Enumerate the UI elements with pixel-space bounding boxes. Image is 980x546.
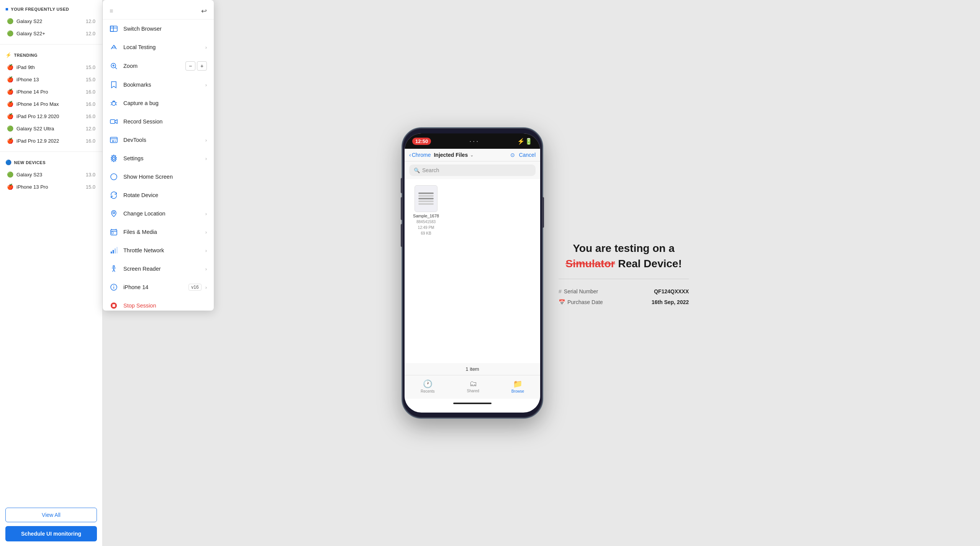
iphone14-badge: v16: [188, 284, 201, 291]
sidebar-device-item[interactable]: 🟢Galaxy S2212.0: [5, 15, 97, 27]
device-icon: 🍎: [7, 76, 13, 82]
menu-item-rotate-device[interactable]: Rotate Device: [103, 186, 214, 204]
menu-item-devtools[interactable]: DevTools ›: [103, 131, 214, 149]
device-version: 15.0: [86, 77, 95, 82]
more-button[interactable]: ⊙: [510, 152, 515, 158]
chevron-icon: ›: [205, 82, 207, 88]
dropdown-header: ≡ ↩: [103, 3, 214, 20]
svg-rect-0: [110, 26, 117, 31]
device-icon: 🍎: [7, 184, 13, 190]
sidebar-device-item[interactable]: 🍎iPad 9th15.0: [5, 61, 97, 73]
nav-actions: ⊙ Cancel: [510, 152, 536, 158]
purchase-label: 📅 Purchase Date: [559, 299, 603, 305]
sidebar-device-item[interactable]: 🍎iPad Pro 12.9 202016.0: [5, 110, 97, 122]
nav-title-area: Injected Files ⌄: [434, 152, 507, 158]
file-area: Sample_1678 884541583 12:49 PM 69 KB: [405, 179, 540, 363]
svg-rect-30: [115, 248, 116, 253]
purchase-date-row: 📅 Purchase Date 16th Sep, 2022: [559, 299, 689, 305]
device-name: iPad Pro 12.9 2020: [16, 113, 59, 119]
zoom-minus-button[interactable]: −: [185, 61, 195, 71]
frequently-used-title: ■ YOUR FREQUENTLY USED: [5, 6, 97, 12]
device-name: iPhone 13: [16, 77, 39, 82]
menu-item-files-media[interactable]: Files & Media ›: [103, 223, 214, 241]
nav-back[interactable]: ‹ Chrome: [409, 152, 431, 158]
search-area: 🔍 Search: [405, 161, 540, 179]
sidebar-device-item[interactable]: 🟢Galaxy S2313.0: [5, 168, 97, 181]
svg-point-21: [113, 157, 115, 160]
cancel-button[interactable]: Cancel: [519, 152, 536, 158]
network-icon: [110, 246, 118, 255]
chevron-icon: ›: [205, 229, 207, 235]
home-icon: [110, 173, 118, 181]
menu-item-iphone14[interactable]: iPhone 14 v16 ›: [103, 278, 214, 296]
device-version: 15.0: [86, 64, 95, 70]
device-version: 16.0: [86, 113, 95, 119]
purchase-value: 16th Sep, 2022: [652, 299, 689, 305]
new-devices-title: 🔵 NEW DEVICES: [5, 160, 97, 165]
tab-browse-label: Browse: [511, 389, 524, 393]
menu-item-capture-bug[interactable]: Capture a bug: [103, 94, 214, 112]
sidebar-bottom: View All Schedule UI monitoring: [0, 503, 102, 546]
local-testing-icon: [110, 43, 118, 51]
sidebar-device-item[interactable]: 🍎iPhone 14 Pro Max16.0: [5, 98, 97, 110]
menu-item-record-session[interactable]: Record Session: [103, 112, 214, 131]
browser-icon: [110, 25, 118, 33]
bookmark-icon: [110, 81, 118, 89]
device-version: 13.0: [86, 172, 95, 178]
device-name: Galaxy S22+: [16, 31, 45, 36]
settings-icon: [110, 154, 118, 163]
file-size: 69 KB: [421, 231, 431, 235]
menu-item-throttle-network[interactable]: Throttle Network ›: [103, 241, 214, 260]
nav-title-chevron: ⌄: [470, 153, 474, 158]
svg-line-6: [115, 67, 117, 69]
search-bar[interactable]: 🔍 Search: [409, 164, 536, 176]
new-devices-icon: 🔵: [5, 160, 12, 165]
sidebar-device-item[interactable]: 🍎iPhone 1315.0: [5, 73, 97, 86]
svg-rect-29: [113, 250, 114, 253]
files-icon: [110, 228, 118, 236]
menu-item-show-home[interactable]: Show Home Screen: [103, 168, 214, 186]
device-version: 16.0: [86, 101, 95, 107]
sidebar-device-item[interactable]: 🟢Galaxy S22+12.0: [5, 27, 97, 39]
browse-icon: 📁: [513, 379, 523, 388]
frequently-used-section: ■ YOUR FREQUENTLY USED 🟢Galaxy S2212.0🟢G…: [0, 0, 102, 43]
sidebar-device-item[interactable]: 🍎iPhone 14 Pro16.0: [5, 86, 97, 98]
device-name: Galaxy S22 Ultra: [16, 126, 54, 132]
schedule-monitoring-button[interactable]: Schedule UI monitoring: [5, 526, 97, 541]
serial-value: QF124QXXXX: [654, 288, 689, 294]
sidebar-device-item[interactable]: 🍎iPad Pro 12.9 202216.0: [5, 135, 97, 147]
device-version: 16.0: [86, 138, 95, 144]
recents-icon: 🕐: [423, 379, 433, 388]
tab-browse[interactable]: 📁 Browse: [505, 378, 530, 395]
camera-dots: • • •: [470, 140, 479, 143]
menu-item-settings[interactable]: Settings ›: [103, 149, 214, 168]
divider-1: [0, 44, 102, 44]
svg-rect-15: [110, 120, 115, 123]
close-button[interactable]: ↩: [201, 7, 207, 15]
file-item[interactable]: Sample_1678 884541583 12:49 PM 69 KB: [411, 185, 441, 235]
trending-title: ⚡ TRENDING: [5, 52, 97, 58]
view-all-button[interactable]: View All: [5, 508, 97, 522]
tab-recents[interactable]: 🕐 Recents: [415, 378, 441, 395]
svg-rect-37: [113, 304, 115, 307]
device-icon: 🟢: [7, 125, 13, 132]
sidebar-device-item[interactable]: 🟢Galaxy S22 Ultra12.0: [5, 122, 97, 135]
tab-shared[interactable]: 🗂 Shared: [461, 378, 485, 395]
hash-icon: #: [559, 288, 562, 294]
menu-item-change-location[interactable]: Change Location ›: [103, 204, 214, 223]
zoom-plus-button[interactable]: +: [197, 61, 207, 71]
menu-item-bookmarks[interactable]: Bookmarks ›: [103, 76, 214, 94]
home-bar: [453, 403, 492, 404]
frequently-used-icon: ■: [5, 6, 8, 12]
device-icon: 🟢: [7, 171, 13, 178]
drag-handle: ≡: [110, 8, 114, 15]
svg-line-13: [111, 104, 112, 105]
menu-item-local-testing[interactable]: Local Testing ›: [103, 38, 214, 56]
menu-item-screen-reader[interactable]: Screen Reader ›: [103, 260, 214, 278]
sidebar-device-item[interactable]: 🍎iPhone 13 Pro15.0: [5, 181, 97, 193]
serial-number-row: # Serial Number QF124QXXXX: [559, 288, 689, 294]
shared-icon: 🗂: [469, 379, 477, 388]
info-icon: [110, 283, 118, 291]
menu-item-stop-session[interactable]: Stop Session: [103, 296, 214, 315]
menu-item-switch-browser[interactable]: Switch Browser: [103, 20, 214, 38]
